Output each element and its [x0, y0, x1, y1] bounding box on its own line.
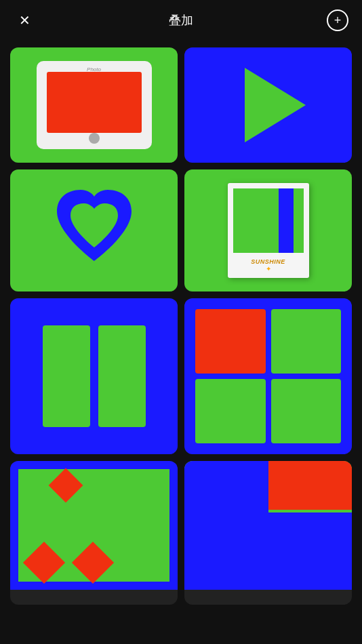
item8-preview [184, 461, 352, 590]
item8-red-top-right [268, 461, 353, 510]
template-grid: Photo Camera Circular Heart [0, 41, 362, 611]
photo-text: SUNSHINE [251, 258, 285, 265]
item8-label [184, 590, 352, 605]
camera-preview: Photo [10, 47, 178, 163]
item8-blue-bottom-right [268, 512, 353, 590]
item7[interactable] [10, 461, 178, 605]
rectangle2-preview [184, 298, 352, 454]
play-triangle-icon [245, 68, 306, 142]
item8[interactable] [184, 461, 352, 605]
rect-bar-right [98, 325, 146, 427]
heart-icon [47, 183, 142, 278]
item7-preview [10, 461, 178, 590]
rect2-cell-bottom-left [195, 379, 266, 443]
rectangle-preview [10, 298, 178, 454]
camera-device-icon: Photo [37, 61, 152, 149]
heart-preview [10, 169, 178, 291]
camera-item[interactable]: Photo Camera [10, 47, 178, 163]
circular-item[interactable]: Circular [184, 47, 352, 163]
heart-item[interactable]: Heart [10, 169, 178, 291]
circular-preview [184, 47, 352, 163]
rectangle-item[interactable]: Rectangle [10, 298, 178, 454]
rect2-cell-bottom-right [271, 379, 342, 443]
photo-item[interactable]: SUNSHINE ✦ Photo [184, 169, 352, 291]
page-title: 叠加 [169, 12, 193, 28]
rect-bar-left [43, 325, 90, 427]
rect2-cell-top-left [195, 309, 266, 374]
rect2-cell-top-right [271, 309, 342, 374]
item7-label [10, 590, 178, 605]
add-button[interactable]: + [327, 9, 348, 31]
item8-blue-left [184, 461, 268, 590]
photo-frame-icon: SUNSHINE ✦ [228, 183, 309, 278]
close-button[interactable]: ✕ [14, 9, 35, 31]
add-icon: + [334, 14, 342, 28]
header: ✕ 叠加 + [0, 0, 362, 41]
star-icon: ✦ [266, 265, 271, 273]
photo-preview: SUNSHINE ✦ [184, 169, 352, 291]
rectangle2-item[interactable]: Rectangle2 [184, 298, 352, 454]
